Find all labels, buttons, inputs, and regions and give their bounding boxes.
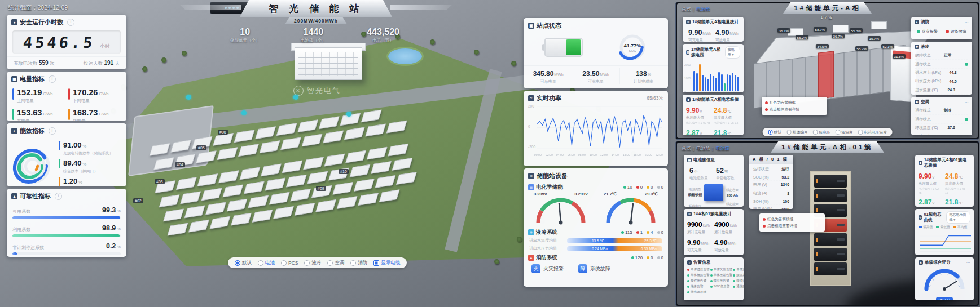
battery-module[interactable] bbox=[814, 189, 847, 202]
container-block[interactable] bbox=[153, 157, 174, 170]
container-block[interactable] bbox=[239, 167, 260, 180]
cluster-bar[interactable] bbox=[718, 72, 720, 91]
view-toggle[interactable]: 舱体编号 bbox=[786, 130, 808, 135]
container-block[interactable] bbox=[196, 150, 217, 163]
legend-item[interactable]: 最低值 bbox=[936, 225, 950, 230]
container-block[interactable] bbox=[231, 213, 252, 226]
more-button[interactable]: ⋯ bbox=[965, 20, 969, 25]
curve-dropdown[interactable]: 电芯电压曲线 ▾ bbox=[946, 211, 970, 224]
view-toggle[interactable]: 簇电压 bbox=[813, 130, 830, 135]
container-block[interactable] bbox=[323, 130, 344, 143]
legend-item[interactable]: 最高值 bbox=[919, 225, 933, 230]
cluster-bar[interactable] bbox=[699, 64, 701, 91]
container-block[interactable] bbox=[294, 203, 315, 216]
battery-module[interactable] bbox=[814, 233, 847, 246]
container-block[interactable] bbox=[315, 199, 336, 212]
cluster-bar[interactable] bbox=[705, 77, 706, 91]
container-block[interactable] bbox=[345, 150, 366, 163]
cluster-bar[interactable] bbox=[696, 73, 698, 91]
container-block[interactable] bbox=[238, 144, 259, 157]
breadcrumb-item[interactable]: 总览 bbox=[682, 145, 691, 152]
view-toggle[interactable]: 簇温度 bbox=[836, 130, 853, 135]
cluster-bar[interactable] bbox=[693, 71, 695, 91]
view-toggle[interactable]: 电芯电压温度 bbox=[858, 130, 887, 135]
info-icon[interactable]: i bbox=[55, 193, 62, 200]
cluster-bar[interactable] bbox=[735, 75, 736, 91]
container-block[interactable] bbox=[349, 164, 370, 177]
container-block[interactable] bbox=[386, 121, 407, 134]
container-block[interactable] bbox=[222, 184, 243, 197]
container-block[interactable] bbox=[163, 208, 184, 221]
cluster-bar[interactable] bbox=[715, 78, 717, 91]
container-block[interactable] bbox=[259, 140, 280, 153]
cluster-bar[interactable] bbox=[707, 79, 709, 91]
metric-dropdown[interactable]: 簇电压 ▾ bbox=[725, 46, 740, 59]
view-filter[interactable]: 液冷 bbox=[304, 260, 321, 266]
container-block[interactable] bbox=[159, 194, 180, 207]
container-block[interactable] bbox=[282, 160, 302, 173]
more-button[interactable]: ⋯ bbox=[965, 100, 969, 105]
battery-module[interactable] bbox=[814, 248, 847, 261]
container-block[interactable] bbox=[307, 171, 328, 184]
container-block[interactable] bbox=[248, 195, 269, 208]
legend-item[interactable]: 平均值 bbox=[953, 225, 967, 230]
container-block[interactable] bbox=[365, 123, 386, 136]
cluster-bar[interactable] bbox=[721, 74, 723, 91]
container-block[interactable] bbox=[176, 177, 197, 190]
cluster-bar[interactable] bbox=[713, 76, 714, 91]
container-block[interactable] bbox=[217, 147, 238, 160]
cluster-bar[interactable] bbox=[732, 73, 733, 91]
cluster-bar[interactable] bbox=[729, 75, 731, 91]
container-block[interactable] bbox=[375, 175, 395, 188]
control-building[interactable] bbox=[295, 47, 362, 80]
battery-module[interactable] bbox=[814, 175, 847, 188]
container-block[interactable] bbox=[354, 179, 375, 192]
container-block[interactable] bbox=[227, 199, 248, 212]
info-icon[interactable]: i bbox=[49, 75, 56, 83]
container-block[interactable] bbox=[244, 181, 265, 194]
container-block[interactable] bbox=[302, 134, 323, 146]
info-icon[interactable]: i bbox=[67, 19, 74, 26]
breadcrumb-item[interactable]: 电池舱 bbox=[693, 145, 710, 152]
container-block[interactable] bbox=[205, 202, 226, 215]
container-block[interactable] bbox=[167, 223, 188, 236]
breadcrumb-item[interactable]: 电池舱 bbox=[693, 6, 710, 12]
view-filter[interactable]: 显示电缆 bbox=[373, 260, 400, 266]
cluster-bar[interactable] bbox=[710, 74, 711, 91]
container-block[interactable] bbox=[388, 144, 408, 157]
cluster-bar[interactable] bbox=[724, 83, 726, 91]
view-filter[interactable]: 消防 bbox=[350, 260, 367, 266]
view-filter[interactable]: PCS bbox=[281, 260, 298, 266]
container-block[interactable] bbox=[290, 189, 311, 202]
container-block[interactable] bbox=[184, 205, 205, 218]
container-block[interactable] bbox=[269, 192, 290, 205]
container-block[interactable] bbox=[265, 177, 285, 190]
container-block[interactable] bbox=[367, 147, 388, 160]
container-block[interactable] bbox=[180, 191, 201, 204]
cluster-bar[interactable] bbox=[727, 74, 728, 91]
more-button[interactable]: ⋯ bbox=[966, 260, 971, 265]
container-block[interactable] bbox=[197, 173, 218, 186]
container-block[interactable] bbox=[303, 157, 324, 170]
container-block[interactable] bbox=[371, 161, 392, 174]
view-filter[interactable]: 默认 bbox=[235, 260, 252, 266]
cluster-bar[interactable] bbox=[702, 75, 704, 91]
container-block[interactable] bbox=[396, 172, 417, 185]
view-filter[interactable]: 电池 bbox=[258, 260, 275, 266]
container-block[interactable] bbox=[273, 206, 294, 219]
container-block[interactable] bbox=[218, 170, 239, 183]
breadcrumb-item[interactable]: 电池簇 bbox=[712, 145, 729, 152]
container-block[interactable] bbox=[392, 158, 412, 171]
container-block[interactable] bbox=[201, 188, 222, 201]
container-block[interactable] bbox=[344, 127, 365, 140]
battery-module[interactable] bbox=[814, 262, 847, 275]
cell-line-chart[interactable] bbox=[920, 231, 971, 252]
container-block[interactable] bbox=[252, 210, 273, 223]
info-icon[interactable]: i bbox=[49, 127, 56, 135]
container-block[interactable] bbox=[188, 220, 209, 233]
container-block[interactable] bbox=[358, 193, 379, 206]
more-button[interactable]: ⋯ bbox=[965, 45, 969, 50]
container-block[interactable] bbox=[286, 175, 307, 188]
view-filter[interactable]: 空调 bbox=[327, 260, 344, 266]
container-block[interactable] bbox=[379, 189, 400, 202]
